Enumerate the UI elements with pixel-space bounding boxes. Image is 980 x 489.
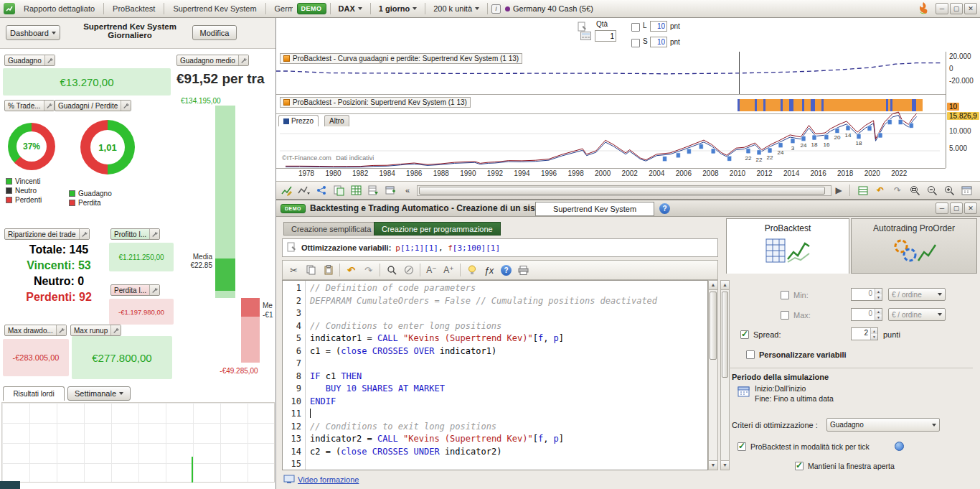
list-view-icon[interactable] — [855, 183, 871, 197]
export-table-icon[interactable] — [365, 183, 381, 197]
tick-mode-checkbox[interactable] — [738, 442, 746, 451]
calculator-icon[interactable] — [580, 32, 591, 42]
search-icon[interactable] — [383, 262, 400, 278]
repartition-chip[interactable]: Ripartizione dei trade — [4, 228, 90, 240]
table-view-icon[interactable] — [348, 183, 364, 197]
window-tab-probacktest[interactable]: ProBacktest — [108, 4, 160, 13]
zoom-in-icon[interactable] — [941, 183, 957, 197]
video-training-link[interactable]: Video formazione — [298, 475, 359, 484]
scrollbar-thumb[interactable] — [722, 292, 728, 378]
keep-open-checkbox[interactable] — [795, 462, 804, 470]
undo-icon[interactable]: ↶ — [343, 262, 359, 278]
units-selector[interactable]: 200 k unità — [429, 4, 484, 13]
comment-toggle-icon[interactable] — [400, 262, 417, 278]
cut-icon[interactable]: ✂ — [286, 262, 302, 278]
wrench-icon[interactable] — [149, 285, 159, 295]
copy-to-table-icon[interactable] — [331, 183, 347, 197]
draw-tools-icon[interactable] — [279, 183, 295, 197]
spread-checkbox[interactable] — [740, 330, 749, 339]
tab-simplified-creation[interactable]: Creazione semplificata — [283, 222, 379, 236]
code-lines[interactable]: // Definition of code parametersDEFPARAM… — [306, 281, 707, 470]
scroll-down-button[interactable]: ▼ — [709, 460, 717, 470]
min-unit-select[interactable]: € / ordine — [888, 288, 946, 301]
symbol-selector[interactable]: DAX — [334, 4, 367, 13]
scrollbar-thumb[interactable] — [419, 187, 825, 195]
panel-maximize-button[interactable]: ▢ — [950, 202, 963, 214]
help-icon[interactable]: ? — [498, 262, 514, 278]
system-name-tab[interactable]: Supertrend Kev System — [535, 202, 654, 216]
scrollbar-thumb[interactable] — [710, 292, 717, 360]
indicators-icon[interactable] — [296, 183, 312, 197]
font-smaller-icon[interactable]: A⁻ — [423, 262, 440, 278]
scroll-down-button[interactable]: ▼ — [721, 460, 729, 470]
max-unit-select[interactable]: € / ordine — [888, 308, 946, 321]
wrench-icon[interactable] — [149, 229, 159, 239]
wrench-icon[interactable] — [56, 325, 66, 335]
scroll-up-button[interactable]: ▲ — [721, 281, 729, 290]
tab-programming-creation[interactable]: Creazione per programmazione — [374, 222, 501, 236]
new-window-icon[interactable] — [382, 183, 398, 197]
scroll-right-button[interactable]: ▶ — [833, 183, 844, 197]
share-chart-icon[interactable] — [314, 183, 329, 197]
hint-icon[interactable] — [463, 262, 480, 278]
close-button[interactable]: ✕ — [964, 3, 977, 14]
personalize-checkbox[interactable] — [746, 350, 755, 359]
period-selector[interactable]: Settimanale — [67, 386, 131, 401]
wrench-icon[interactable] — [44, 55, 55, 65]
zoom-out-icon[interactable] — [924, 183, 940, 197]
collapse-left-icon[interactable]: « — [400, 183, 415, 197]
wrench-icon[interactable] — [110, 325, 121, 335]
avg-gain-metric-chip[interactable]: Guadagno medio — [176, 55, 249, 66]
long-checkbox[interactable] — [631, 23, 640, 32]
other-tab[interactable]: Altro — [324, 115, 349, 126]
window-tab-germany[interactable]: Germany — [270, 4, 293, 13]
window-tab-system[interactable]: Supertrend Kev System — [168, 4, 261, 13]
profit-chip[interactable]: Profitto l... — [110, 228, 160, 240]
minimize-button[interactable]: ─ — [936, 3, 948, 14]
dashboard-selector[interactable]: Dashboard — [6, 25, 60, 40]
loss-chip[interactable]: Perdita l... — [110, 284, 160, 296]
wrench-icon[interactable] — [79, 229, 89, 239]
wrench-icon[interactable] — [121, 101, 131, 111]
price-axis[interactable]: 20.000 0 -20.000 10 15.826,9 10.000 5.00… — [946, 52, 980, 168]
timeframe-selector[interactable]: 1 giorno — [374, 4, 421, 13]
tab-autotrading-proorder[interactable]: Autotrading ProOrder — [851, 218, 977, 274]
panel-minimize-button[interactable]: ─ — [936, 202, 948, 214]
timescale-icon[interactable] — [958, 183, 974, 197]
maximize-button[interactable]: ▢ — [950, 3, 963, 14]
copy-icon[interactable] — [303, 262, 319, 278]
paste-icon[interactable] — [320, 262, 336, 278]
scroll-up-button[interactable]: ▲ — [709, 281, 717, 290]
redo-icon[interactable]: ↷ — [890, 183, 905, 197]
pct-trades-chip[interactable]: % Trade... — [4, 100, 55, 111]
max-checkbox[interactable] — [781, 311, 789, 320]
window-tab-report[interactable]: Rapporto dettagliato — [19, 4, 100, 13]
spread-input[interactable]: 2▲▼ — [851, 327, 878, 340]
wrench-icon[interactable] — [238, 55, 248, 65]
gross-results-tab[interactable]: Risultati lordi — [3, 386, 65, 401]
calendar-icon[interactable] — [738, 386, 750, 399]
options-scrollbar[interactable]: ▲ ▼ — [720, 280, 730, 470]
gain-metric-chip[interactable]: Guadagno — [4, 55, 55, 66]
font-larger-icon[interactable]: A⁺ — [440, 262, 457, 278]
criteria-select[interactable]: Guadagno — [826, 418, 940, 432]
help-icon[interactable]: ? — [659, 203, 670, 214]
optimization-variables[interactable]: p[1;1][1], f[3;100][1] — [395, 243, 500, 253]
function-library-icon[interactable]: ƒx — [481, 262, 497, 278]
info-icon[interactable]: i — [491, 4, 501, 14]
qty-input[interactable] — [595, 30, 616, 42]
short-points-input[interactable] — [650, 37, 667, 47]
price-tab[interactable]: Prezzo — [278, 115, 319, 126]
chart-horizontal-scrollbar[interactable] — [417, 185, 831, 196]
print-icon[interactable] — [515, 262, 532, 278]
panel-close-button[interactable]: ✕ — [964, 202, 977, 214]
video-icon[interactable] — [283, 475, 295, 485]
min-checkbox[interactable] — [781, 291, 789, 299]
modify-button[interactable]: Modifica — [192, 25, 237, 40]
min-input[interactable]: 0▲▼ — [851, 288, 882, 301]
globe-icon[interactable] — [895, 442, 904, 451]
optimize-icon[interactable] — [287, 242, 297, 253]
long-points-input[interactable] — [650, 21, 667, 32]
redo-icon[interactable]: ↷ — [360, 262, 377, 278]
wrench-icon[interactable] — [44, 101, 54, 111]
